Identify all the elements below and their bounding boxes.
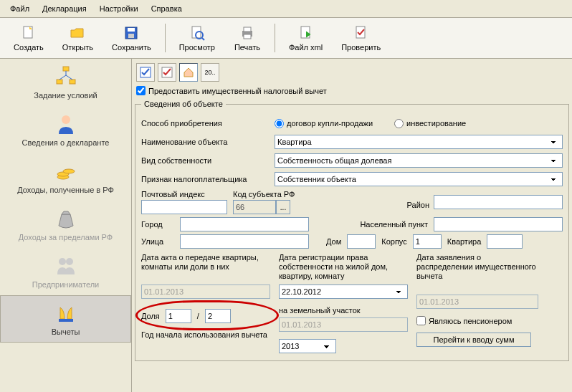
tab-standard[interactable] — [136, 63, 155, 82]
postal-input[interactable] — [141, 200, 227, 214]
svg-rect-14 — [57, 80, 62, 84]
subject-code-input — [233, 200, 276, 214]
share-separator: / — [197, 312, 199, 320]
locality-label: Населенный пункт — [360, 220, 428, 229]
date-appl-label: Дата заявления о распределении имуществе… — [416, 253, 538, 282]
locality-input[interactable] — [434, 217, 563, 231]
svg-point-21 — [66, 258, 73, 265]
ownership-type-label: Вид собственности — [141, 156, 270, 165]
tab-social[interactable] — [158, 63, 176, 82]
date-reg-label: Дата регистрации права собственности на … — [279, 253, 408, 282]
postal-label: Почтовый индекс — [141, 190, 227, 199]
people-icon — [54, 254, 77, 277]
radio-invest[interactable]: инвестирование — [394, 119, 466, 128]
print-button[interactable]: Печать — [226, 21, 269, 55]
person-icon — [54, 113, 77, 135]
apt-input[interactable] — [487, 234, 523, 249]
svg-rect-9 — [244, 27, 251, 32]
svg-point-16 — [62, 115, 70, 124]
city-label: Город — [141, 220, 174, 229]
taxpayer-sign-select[interactable]: Собственник объекта — [275, 172, 563, 186]
sidebar-item-conditions[interactable]: Задание условий — [0, 59, 131, 106]
content-area: 20.. Предоставить имущественный налоговы… — [132, 59, 572, 392]
apt-label: Квартира — [447, 237, 482, 246]
building-input[interactable] — [413, 234, 442, 249]
xml-button[interactable]: Файл xml — [281, 21, 330, 55]
street-input[interactable] — [180, 234, 309, 249]
save-icon — [123, 24, 140, 42]
ownership-type-select[interactable]: Собственность общая долевая — [275, 153, 563, 168]
menubar[interactable]: Файл Декларация Настройки Справка — [0, 0, 572, 18]
house-label: Дом — [326, 237, 341, 246]
object-name-label: Наименование объекта — [141, 138, 270, 146]
sidebar-item-income-abroad[interactable]: Доходы за пределами РФ — [0, 201, 131, 248]
menu-help[interactable]: Справка — [146, 2, 188, 15]
toolbar-separator — [275, 24, 275, 52]
preview-button[interactable]: Просмотр — [171, 21, 223, 55]
toolbar: Создать Открыть Сохранить Просмотр Печат… — [0, 18, 572, 59]
print-icon — [239, 24, 256, 42]
deductions-icon — [54, 302, 77, 325]
street-label: Улица — [141, 237, 174, 246]
svg-rect-11 — [301, 27, 310, 38]
district-input[interactable] — [434, 195, 563, 209]
date-appl-select[interactable]: 01.01.2013 — [416, 295, 538, 309]
share-label: Доля — [141, 312, 160, 320]
tab-year[interactable]: 20.. — [201, 63, 219, 82]
check-icon — [353, 24, 370, 42]
city-input[interactable] — [180, 217, 309, 231]
object-name-select[interactable]: Квартира — [275, 135, 563, 149]
sidebar-item-income-rf[interactable]: Доходы, полученные в РФ — [0, 153, 131, 201]
acquisition-method-label: Способ приобретения — [141, 119, 270, 128]
object-info-legend: Сведения об объекте — [141, 100, 226, 108]
sidebar-item-deductions[interactable]: Вычеты — [0, 295, 131, 343]
date-act-label: Дата акта о передаче квартиры, комнаты и… — [141, 253, 270, 282]
date-reg-select[interactable]: 22.10.2012 — [279, 285, 408, 299]
date-land-label: на земельный участок — [279, 306, 408, 315]
svg-rect-10 — [244, 34, 251, 39]
mini-toolbar: 20.. — [135, 62, 569, 83]
taxpayer-sign-label: Признак налогоплательщика — [141, 175, 270, 183]
coins-icon — [54, 160, 77, 183]
pensioner-checkbox-row[interactable]: Являюсь пенсионером — [416, 316, 538, 325]
share-denominator-input[interactable] — [205, 309, 231, 323]
svg-rect-13 — [63, 67, 69, 71]
preview-icon — [189, 24, 206, 42]
svg-point-19 — [63, 169, 75, 173]
radio-contract[interactable]: договор купли-продажи — [275, 119, 373, 128]
menu-file[interactable]: Файл — [4, 2, 35, 15]
tab-property[interactable] — [179, 63, 198, 82]
sidebar-item-entrepreneurs[interactable]: Предприниматели — [0, 248, 131, 295]
menu-declaration[interactable]: Декларация — [37, 2, 92, 15]
house-icon — [183, 67, 194, 78]
check-button[interactable]: Проверить — [333, 21, 389, 55]
form-check-icon — [140, 67, 151, 78]
goto-sums-button[interactable]: Перейти к вводу сумм — [416, 333, 531, 347]
svg-line-7 — [202, 38, 204, 40]
red-check-icon — [161, 67, 173, 78]
building-label: Корпус — [381, 237, 406, 246]
svg-rect-15 — [70, 80, 75, 84]
district-label: Район — [407, 201, 429, 209]
save-button[interactable]: Сохранить — [104, 21, 159, 55]
subject-code-lookup-button[interactable]: ... — [276, 200, 290, 214]
date-act-select[interactable]: 01.01.2013 — [141, 285, 270, 299]
menu-settings[interactable]: Настройки — [94, 2, 144, 15]
share-numerator-input[interactable] — [166, 309, 191, 323]
svg-rect-3 — [128, 28, 135, 32]
object-info-fieldset: Сведения об объекте Способ приобретения … — [135, 100, 569, 361]
create-button[interactable]: Создать — [6, 21, 52, 55]
svg-rect-12 — [356, 27, 365, 38]
folder-open-icon — [69, 24, 86, 42]
money-bag-icon — [54, 207, 77, 230]
open-button[interactable]: Открыть — [54, 21, 101, 55]
sidebar-item-declarant[interactable]: Сведения о декларанте — [0, 106, 131, 153]
year-start-select[interactable]: 2013 — [279, 339, 336, 353]
subject-code-label: Код субъекта РФ — [233, 190, 295, 199]
tree-icon — [54, 65, 77, 88]
svg-rect-22 — [59, 319, 73, 322]
provide-deduction-checkbox[interactable] — [136, 86, 146, 95]
date-land-select[interactable]: 01.01.2013 — [279, 317, 408, 332]
svg-rect-4 — [128, 34, 134, 38]
house-input[interactable] — [347, 234, 376, 249]
